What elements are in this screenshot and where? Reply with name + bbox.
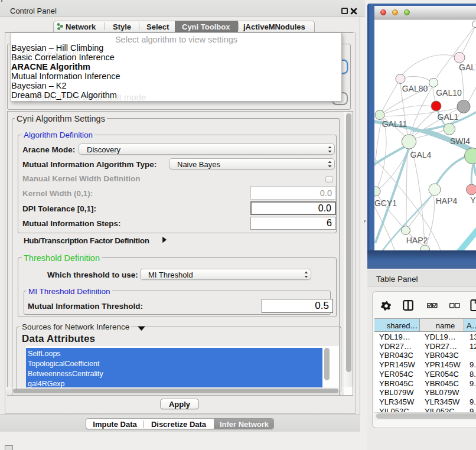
svg-text:GAL11: GAL11 xyxy=(382,119,407,129)
svg-text:HAP4: HAP4 xyxy=(436,196,458,206)
svg-text:GAL1: GAL1 xyxy=(438,112,459,122)
svg-text:GAL4: GAL4 xyxy=(410,150,432,159)
svg-text:GCY1: GCY1 xyxy=(374,198,397,208)
svg-text:HAP2: HAP2 xyxy=(406,236,428,245)
svg-text:GAL80: GAL80 xyxy=(402,84,428,93)
svg-text:SWI4: SWI4 xyxy=(450,136,470,146)
svg-text:GAL7: GAL7 xyxy=(459,63,476,72)
svg-text:Y: Y xyxy=(470,195,476,205)
svg-text:GAL10: GAL10 xyxy=(436,88,462,97)
